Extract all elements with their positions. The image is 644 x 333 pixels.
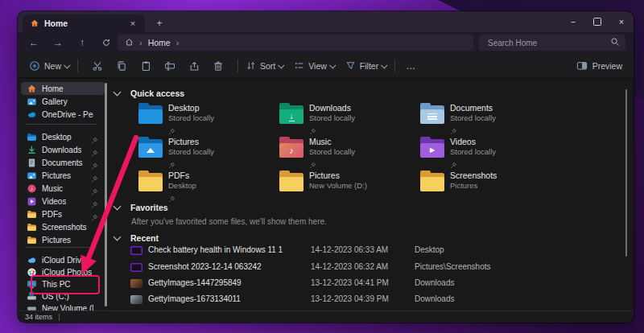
minimize-button[interactable]: −: [561, 11, 585, 31]
tile-text: DocumentsStored locally: [450, 103, 496, 137]
quick-access-tile-documents[interactable]: DocumentsStored locally: [420, 103, 557, 137]
sidebar-scrollbar[interactable]: [105, 83, 107, 306]
tile-name: Videos: [450, 137, 496, 146]
this-pc-icon: [27, 279, 37, 290]
up-button[interactable]: ↑: [72, 32, 92, 53]
sidebar-item-pictures[interactable]: Pictures: [21, 169, 105, 182]
quick-access-tile-screenshots[interactable]: ScreenshotsPictures: [420, 171, 557, 204]
paste-icon: [140, 60, 151, 72]
quick-access-tile-pictures[interactable]: PicturesStored locally: [138, 137, 275, 171]
breadcrumb-item-home[interactable]: Home: [148, 38, 171, 47]
tile-text: VideosStored locally: [450, 137, 496, 171]
copy-button[interactable]: [109, 60, 134, 72]
home-icon: [29, 18, 39, 29]
sidebar-divider: [26, 247, 97, 248]
quick-access-tile-music[interactable]: ♪MusicStored locally: [279, 137, 416, 171]
gallery-icon: [27, 97, 37, 107]
sidebar-item-label: Gallery: [42, 97, 68, 106]
maximize-button[interactable]: [585, 11, 609, 31]
tab-close-icon[interactable]: ×: [127, 18, 138, 28]
recent-file-name: GettyImages-1673134011: [148, 294, 241, 303]
breadcrumb-chevron-icon: ›: [176, 39, 180, 47]
view-button[interactable]: View: [294, 60, 336, 71]
close-button[interactable]: ×: [609, 11, 634, 31]
quick-access-tile-pdfs[interactable]: PDFsDesktop: [138, 171, 275, 204]
quick-access-tile-desktop[interactable]: DesktopStored locally: [138, 103, 275, 137]
search-box[interactable]: [479, 35, 625, 51]
delete-button[interactable]: [206, 60, 230, 72]
cut-button[interactable]: [85, 60, 109, 72]
rename-button[interactable]: [158, 60, 182, 72]
recent-file-name: Check battery health in Windows 11 1: [148, 245, 283, 254]
recent-file-row[interactable]: GettyImages-144729584913-12-2023 04:41 P…: [110, 277, 622, 291]
refresh-button[interactable]: [97, 32, 116, 53]
quick-access-tile-downloads[interactable]: ↓DownloadsStored locally: [279, 103, 416, 137]
status-divider: [59, 314, 60, 321]
pin-icon: [450, 124, 457, 131]
sidebar-item-this-pc[interactable]: This PC: [21, 278, 105, 290]
section-header-quick-access[interactable]: Quick access: [114, 88, 184, 98]
content-area: Quick access DesktopStored locally↓Downl…: [110, 78, 634, 311]
sidebar-item-label: Downloads: [42, 146, 81, 154]
toolbar-divider: [77, 60, 78, 72]
recent-file-row[interactable]: GettyImages-167313401113-12-2023 04:39 P…: [110, 293, 622, 307]
sidebar-item-pictures[interactable]: Pictures: [21, 233, 105, 246]
filter-button[interactable]: Filter: [345, 60, 387, 71]
sidebar-item-gallery[interactable]: Gallery: [21, 95, 105, 108]
more-options-button[interactable]: …: [406, 60, 416, 72]
pin-icon: [168, 158, 175, 165]
content-scrollbar[interactable]: [625, 89, 628, 257]
desktop-icon: [27, 132, 37, 142]
sort-button[interactable]: Sort: [246, 60, 284, 71]
sidebar-item-screenshots[interactable]: Screenshots: [21, 220, 105, 233]
navigation-bar: ← → ↑ › Home ›: [18, 32, 634, 53]
sidebar-item-videos[interactable]: Videos: [21, 195, 105, 208]
pin-icon: [168, 191, 175, 199]
plus-circle-icon: [29, 60, 40, 72]
recent-file-date: 13-12-2023 04:39 PM: [311, 294, 389, 303]
sort-icon: [246, 60, 256, 71]
chevron-down-icon: [64, 62, 70, 68]
recent-file-row[interactable]: Screenshot 2023-12-14 06324214-12-2023 0…: [110, 261, 622, 275]
breadcrumb[interactable]: › Home ›: [118, 35, 473, 51]
sidebar-item-downloads[interactable]: Downloads: [21, 143, 105, 156]
share-button[interactable]: [182, 60, 206, 72]
forward-button[interactable]: →: [48, 32, 68, 53]
quick-access-tile-videos[interactable]: ▶VideosStored locally: [420, 137, 557, 171]
tile-text: PicturesStored locally: [168, 137, 214, 171]
tile-subtitle: Stored locally: [168, 113, 214, 122]
quick-access-tile-pictures[interactable]: PicturesNew Volume (D:): [279, 171, 416, 204]
section-header-favorites[interactable]: Favorites: [114, 203, 168, 212]
sidebar-item-icloud-drive[interactable]: iCloud Drive: [21, 253, 105, 266]
command-toolbar: New Sort View Filter … Pre: [18, 53, 634, 78]
new-tab-button[interactable]: +: [151, 14, 167, 32]
tile-subtitle: New Volume (D:): [309, 181, 367, 190]
f-plain-folder-icon: [279, 171, 303, 191]
pin-icon: [168, 124, 175, 131]
pin-icon: [309, 158, 316, 165]
explorer-tab-home[interactable]: Home ×: [23, 14, 145, 32]
recent-file-name: GettyImages-1447295849: [148, 278, 242, 287]
sidebar-item-label: Pictures: [42, 171, 71, 180]
sidebar-item-documents[interactable]: Documents: [21, 156, 105, 169]
sidebar-item-home[interactable]: Home: [21, 82, 105, 95]
search-input[interactable]: [486, 38, 610, 48]
new-button[interactable]: New: [29, 60, 70, 72]
sidebar-item-onedrive-personal[interactable]: OneDrive - Personal: [21, 108, 105, 121]
sidebar-item-music[interactable]: ♪Music: [21, 182, 105, 195]
paste-button[interactable]: [134, 60, 158, 72]
preview-label: Preview: [592, 61, 622, 71]
folder-glyph: ♪: [289, 146, 294, 155]
tile-subtitle: Stored locally: [309, 113, 355, 122]
sidebar-item-os-c[interactable]: OS (C:): [21, 290, 105, 302]
preview-toggle[interactable]: Preview: [576, 60, 622, 72]
sidebar-item-label: Music: [42, 184, 63, 193]
sidebar-item-pdfs[interactable]: PDFs: [21, 208, 105, 220]
back-button[interactable]: ←: [24, 32, 43, 53]
section-header-recent[interactable]: Recent: [114, 233, 159, 243]
sidebar-item-desktop[interactable]: Desktop: [21, 130, 105, 143]
sidebar-item-icloud-photos[interactable]: iCloud Photos: [21, 265, 105, 278]
tile-subtitle: Pictures: [450, 181, 497, 190]
pin-icon: [309, 124, 316, 131]
recent-file-row[interactable]: Check battery health in Windows 11 114-1…: [110, 244, 622, 258]
